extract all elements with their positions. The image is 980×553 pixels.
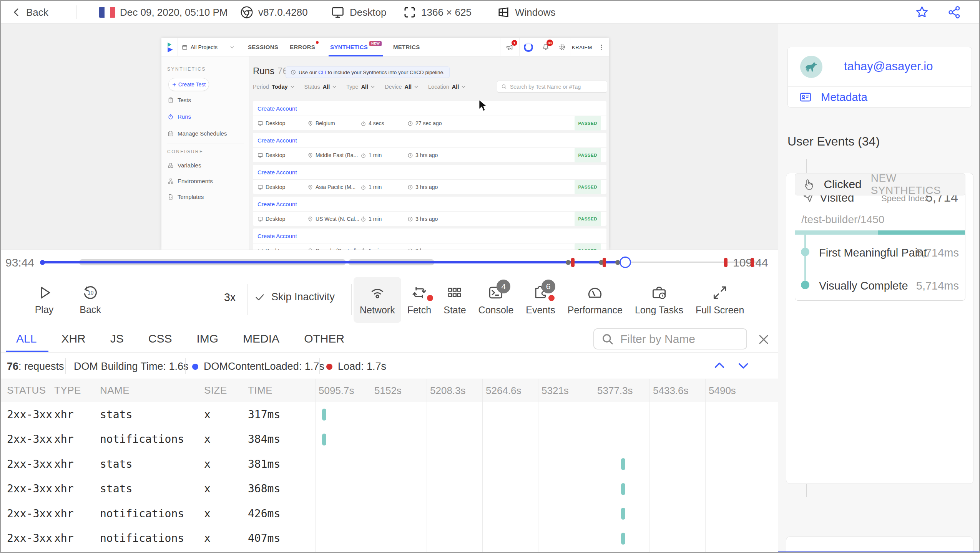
user-email-link[interactable]: tahay@asayer.io	[844, 60, 933, 73]
sidebar-item-manage-schedules[interactable]: Manage Schedules	[168, 130, 227, 137]
filter-dropdown[interactable]: StatusAll	[304, 84, 337, 90]
search-icon	[501, 84, 507, 89]
network-tab[interactable]: OTHER	[304, 325, 344, 352]
cli-link[interactable]: CLI	[318, 70, 326, 75]
run-card[interactable]: Create Account Desktop Belgium 4 secs 27…	[253, 101, 606, 130]
panel-toggle-buttons: Network Fetch	[354, 274, 750, 325]
skip-inactivity-label: Skip Inactivity	[271, 291, 335, 303]
metadata-button[interactable]: Metadata	[788, 87, 972, 108]
share-button[interactable]	[947, 1, 962, 24]
network-request-row[interactable]: 2xx-3xx xhr stats x 381ms	[1, 452, 778, 477]
panel-toggle-button[interactable]: 6 Events	[520, 277, 561, 323]
filter-dropdown[interactable]: DeviceAll	[385, 84, 418, 90]
play-icon	[36, 284, 53, 301]
panel-toggle-button[interactable]: Network	[354, 277, 401, 323]
panel-toggle-button[interactable]: Long Tasks	[629, 277, 689, 323]
more-menu-button[interactable]	[594, 38, 609, 56]
test-search-input[interactable]	[510, 84, 598, 90]
progress-segment-light	[795, 230, 878, 235]
event-marker[interactable]	[603, 258, 606, 267]
network-tab[interactable]: XHR	[61, 325, 85, 352]
column-name[interactable]: NAME	[100, 384, 204, 396]
replay-app-tab[interactable]: METRICS	[393, 38, 420, 56]
visited-event-card[interactable]: Visited Speed Index 5,714 /test-builder/…	[795, 182, 965, 301]
project-selector[interactable]: All Projects	[178, 38, 238, 56]
run-name-link[interactable]: Create Account	[257, 133, 297, 147]
run-name-link[interactable]: Create Account	[257, 197, 297, 211]
visually-complete-dot	[801, 281, 809, 289]
user-menu[interactable]: KRAIEM	[570, 38, 594, 56]
request-size: x	[204, 507, 248, 520]
column-status[interactable]: STATUS	[1, 384, 54, 396]
network-tab[interactable]: JS	[110, 325, 124, 352]
wifi-network-icon	[369, 284, 386, 301]
fetch-loop-icon	[411, 284, 428, 301]
run-name-link[interactable]: Create Account	[257, 228, 297, 243]
panel-toggle-button[interactable]: 4 Console	[472, 277, 520, 323]
run-name-link[interactable]: Create Account	[257, 165, 297, 179]
jump-down-button[interactable]	[736, 359, 750, 373]
network-tab[interactable]: ALL	[16, 325, 37, 352]
speed-button[interactable]: 3x	[214, 291, 245, 304]
run-card[interactable]: Create Account Desktop Middle East (Ba..…	[253, 133, 606, 162]
network-request-row[interactable]: 2xx-3xx xhr notifications x 384ms	[1, 427, 778, 452]
network-request-row[interactable]: 2xx-3xx xhr notifications x 407ms	[1, 526, 778, 551]
settings-button[interactable]	[554, 38, 570, 56]
run-name-link[interactable]: Create Account	[257, 101, 297, 116]
event-marker[interactable]	[566, 260, 571, 265]
back-button[interactable]: Back	[12, 1, 48, 24]
network-request-row[interactable]: 2xx-3xx xhr stats x 368ms	[1, 477, 778, 502]
favorite-button[interactable]	[915, 1, 929, 24]
run-card[interactable]: Create Account Desktop Canada (Central) …	[253, 228, 606, 250]
back-10-button[interactable]: 10 Back	[71, 278, 110, 321]
france-flag-icon	[99, 7, 115, 18]
location-pin-icon	[307, 152, 313, 158]
network-summary-bar: 76: requests DOM Building Time: 1.6s DOM…	[1, 353, 778, 379]
column-size[interactable]: SIZE	[204, 384, 248, 396]
column-type[interactable]: TYPE	[54, 384, 100, 396]
replay-app-tab[interactable]: SYNTHETICSNEW	[330, 38, 382, 56]
request-time: 368ms	[248, 482, 309, 495]
event-marker[interactable]	[724, 258, 728, 267]
announcements-button[interactable]: 1	[500, 38, 519, 56]
panel-toggle-button[interactable]: State	[437, 277, 472, 323]
panel-toggle-button[interactable]: Fetch	[401, 277, 438, 323]
event-marker[interactable]	[571, 258, 575, 267]
sidebar-item-runs[interactable]: Runs	[168, 113, 191, 120]
skip-inactivity-toggle[interactable]: Skip Inactivity	[254, 291, 335, 303]
plus-icon	[172, 82, 177, 87]
event-marker[interactable]	[751, 258, 754, 267]
run-card[interactable]: Create Account Desktop US West (N. Cal..…	[253, 197, 606, 226]
user-event-item[interactable]: Clicked NEW SYNTHETICS	[795, 173, 965, 195]
network-filter-box[interactable]	[593, 328, 747, 349]
sidebar-item-tests[interactable]: Tests	[168, 97, 191, 103]
panel-toggle-button[interactable]: Full Screen	[689, 277, 750, 323]
network-request-row[interactable]: 2xx-3xx xhr notifications x 426ms	[1, 501, 778, 526]
playhead-handle[interactable]	[620, 257, 631, 268]
column-time[interactable]: TIME	[248, 384, 309, 396]
close-icon[interactable]	[757, 333, 770, 346]
sidebar-item-variables[interactable]: Variables	[168, 162, 201, 169]
mouse-cursor	[478, 100, 489, 112]
network-tab[interactable]: IMG	[196, 325, 218, 352]
network-filter-input[interactable]	[620, 333, 736, 346]
sidebar-item-templates[interactable]: Templates	[168, 194, 204, 200]
replay-app-tab[interactable]: SESSIONS	[248, 38, 278, 56]
filter-dropdown[interactable]: PeriodToday	[253, 84, 294, 90]
filter-dropdown[interactable]: LocationAll	[428, 84, 465, 90]
replay-app-tab[interactable]: ERRORS	[290, 38, 319, 56]
network-tab[interactable]: MEDIA	[243, 325, 279, 352]
create-test-button[interactable]: Create Test	[168, 78, 209, 91]
panel-toggle-button[interactable]: Performance	[561, 277, 629, 323]
filter-dropdown[interactable]: TypeAll	[346, 84, 375, 90]
long-tasks-briefcase-icon	[651, 284, 668, 301]
notifications-button[interactable]: 33	[537, 38, 554, 56]
jump-up-button[interactable]	[713, 359, 726, 373]
play-button[interactable]: Play	[25, 278, 63, 321]
network-request-row[interactable]: 2xx-3xx xhr stats x 317ms	[1, 402, 778, 427]
test-search-box[interactable]	[497, 81, 607, 93]
network-tab[interactable]: CSS	[148, 325, 172, 352]
run-card[interactable]: Create Account Desktop Asia Pacific (M..…	[253, 165, 606, 194]
sidebar-item-environments[interactable]: Environments	[168, 178, 213, 184]
timeline-track[interactable]	[1, 250, 778, 274]
